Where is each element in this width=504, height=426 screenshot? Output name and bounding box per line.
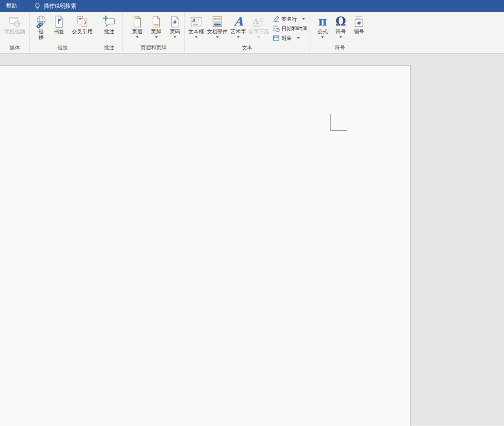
comment-label: 批注 <box>104 29 114 35</box>
text-boundary-corner-mark-vertical <box>330 114 331 131</box>
number-icon: # <box>352 14 366 29</box>
date-time-button[interactable]: 日期和时间 <box>273 25 307 32</box>
drop-cap-button: A 首字下沉 <box>247 12 270 38</box>
symbol-button[interactable]: Ω 符号 <box>332 12 350 38</box>
date-time-icon <box>273 25 280 32</box>
ribbon-insert-tab: 联机视频 媒体 链接 <box>0 12 504 54</box>
text-group-column: 签名行 日期和时间 <box>273 12 307 42</box>
svg-text:A: A <box>252 17 259 26</box>
link-button[interactable]: 链接 <box>33 12 49 40</box>
symbol-omega-icon: Ω <box>336 14 346 29</box>
comment-button[interactable]: 批注 <box>99 12 120 35</box>
footer-button[interactable]: 页脚 <box>147 12 166 38</box>
tell-me-label: 操作说明搜索 <box>44 3 76 10</box>
online-video-icon <box>8 14 22 29</box>
tab-help[interactable]: 帮助 <box>0 0 23 12</box>
group-label-links: 链接 <box>30 44 96 52</box>
cross-reference-button[interactable]: 交叉引用 <box>69 12 96 35</box>
equation-pi-icon: π <box>318 14 327 29</box>
link-icon <box>34 14 48 29</box>
group-label-media: 媒体 <box>0 44 29 52</box>
text-box-icon: A <box>189 14 203 29</box>
equation-label: 公式 <box>317 29 328 35</box>
page-number-button[interactable]: # 页码 <box>165 12 184 38</box>
object-icon <box>273 35 280 42</box>
date-time-label: 日期和时间 <box>281 26 307 32</box>
online-video-button: 联机视频 <box>2 12 27 35</box>
quick-parts-button[interactable]: 文档部件 <box>206 12 229 38</box>
text-boundary-corner-mark-horizontal <box>330 130 347 131</box>
object-button[interactable]: 对象 <box>273 35 307 42</box>
signature-line-button[interactable]: 签名行 <box>273 16 307 23</box>
chevron-down-icon <box>155 36 158 38</box>
chevron-down-icon <box>216 36 219 38</box>
wordart-icon: A <box>231 14 245 29</box>
group-symbols: π 公式 Ω 符号 # 编号 符号 <box>310 12 370 53</box>
group-text: A 文本框 文档部件 A <box>185 12 310 53</box>
bookmark-label: 书签 <box>54 29 64 35</box>
page-number-label: 页码 <box>170 29 180 35</box>
footer-icon <box>149 14 163 29</box>
number-button[interactable]: # 编号 <box>350 12 368 35</box>
equation-button[interactable]: π 公式 <box>313 12 332 38</box>
text-box-button[interactable]: A 文本框 <box>187 12 206 38</box>
signature-line-icon <box>273 16 280 23</box>
symbol-label: 符号 <box>336 29 346 35</box>
wordart-label: 艺术字 <box>230 29 246 35</box>
object-label: 对象 <box>281 35 292 42</box>
comment-icon <box>102 14 116 29</box>
title-bar: 帮助 操作说明搜索 <box>0 0 504 12</box>
header-label: 页眉 <box>132 29 142 35</box>
document-page[interactable] <box>0 65 411 426</box>
number-label: 编号 <box>354 29 364 35</box>
lightbulb-icon <box>34 3 41 10</box>
group-comments: 批注 批注 <box>96 12 123 53</box>
svg-text:A: A <box>192 18 196 23</box>
signature-line-label: 签名行 <box>281 16 297 23</box>
svg-text:#: # <box>173 19 177 25</box>
group-label-text: 文本 <box>185 44 310 52</box>
cross-reference-label: 交叉引用 <box>72 29 93 35</box>
text-box-label: 文本框 <box>188 29 204 35</box>
group-media: 联机视频 媒体 <box>0 12 30 53</box>
group-header-footer: 页眉 页脚 # 页码 <box>123 12 185 53</box>
chevron-down-icon <box>302 18 305 20</box>
quick-parts-label: 文档部件 <box>207 29 228 35</box>
chevron-down-icon <box>237 36 239 38</box>
wordart-button[interactable]: A 艺术字 <box>229 12 247 38</box>
svg-text:A: A <box>234 15 244 28</box>
group-label-symbols: 符号 <box>310 44 370 52</box>
page-number-icon: # <box>168 14 182 29</box>
chevron-down-icon <box>321 36 324 38</box>
link-label: 链接 <box>38 29 44 40</box>
header-button[interactable]: 页眉 <box>128 12 147 38</box>
bookmark-button[interactable]: 书签 <box>49 12 69 35</box>
drop-cap-icon: A <box>252 14 265 29</box>
chevron-down-icon <box>195 36 197 38</box>
chevron-down-icon <box>136 36 139 38</box>
chevron-down-icon <box>339 36 342 38</box>
chevron-down-icon <box>297 37 300 39</box>
group-label-header-footer: 页眉和页脚 <box>123 44 184 52</box>
group-label-comments: 批注 <box>96 44 122 52</box>
drop-cap-label: 首字下沉 <box>248 29 269 35</box>
bookmark-icon <box>52 14 66 29</box>
header-icon <box>130 14 144 29</box>
chevron-down-icon <box>174 36 176 38</box>
tell-me-search[interactable]: 操作说明搜索 <box>34 3 76 10</box>
cross-reference-icon <box>75 14 89 29</box>
group-links: 链接 书签 <box>30 12 96 53</box>
quick-parts-icon <box>210 14 224 29</box>
online-video-label: 联机视频 <box>4 29 25 35</box>
svg-text:#: # <box>357 20 361 26</box>
footer-label: 页脚 <box>151 29 162 35</box>
chevron-down-icon <box>257 36 260 38</box>
document-canvas <box>0 54 504 426</box>
